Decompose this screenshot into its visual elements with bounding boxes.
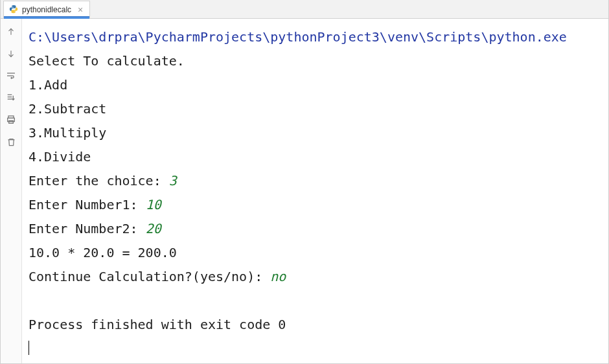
run-body: C:\Users\drpra\PycharmProjects\pythonPro… xyxy=(1,19,608,363)
print-icon[interactable] xyxy=(5,113,17,126)
svg-point-0 xyxy=(12,6,12,6)
exit-line: Process finished with exit code 0 xyxy=(29,317,286,332)
user-input: 20 xyxy=(146,221,161,236)
output-line: 1.Add xyxy=(29,77,67,93)
console-output[interactable]: C:\Users\drpra\PycharmProjects\pythonPro… xyxy=(22,19,608,363)
user-input: 3 xyxy=(169,173,177,188)
output-line: Select To calculate. xyxy=(29,53,185,69)
output-line: 2.Subtract xyxy=(29,101,106,117)
output-prompt: Enter Number1: xyxy=(29,197,146,212)
interpreter-path: C:\Users\drpra\PycharmProjects\pythonPro… xyxy=(29,29,567,45)
output-prompt: Enter the choice: xyxy=(29,173,169,188)
run-toolbar xyxy=(1,19,22,363)
scroll-to-end-icon[interactable] xyxy=(5,91,17,104)
run-tab-pythonidlecalc[interactable]: pythonidlecalc × xyxy=(3,1,90,18)
scroll-down-icon[interactable] xyxy=(5,47,17,60)
user-input: 10 xyxy=(146,197,161,212)
close-icon[interactable]: × xyxy=(78,5,83,14)
run-tool-window: pythonidlecalc × xyxy=(0,0,609,364)
soft-wrap-icon[interactable] xyxy=(5,69,17,82)
svg-point-1 xyxy=(15,11,16,12)
caret xyxy=(29,341,29,355)
output-prompt: Enter Number2: xyxy=(29,221,146,236)
python-file-icon xyxy=(9,5,18,16)
output-prompt: Continue Calculation?(yes/no): xyxy=(29,269,270,284)
output-line: 4.Divide xyxy=(29,149,91,165)
run-tab-title: pythonidlecalc xyxy=(22,5,71,14)
clear-icon[interactable] xyxy=(5,135,17,148)
scroll-up-icon[interactable] xyxy=(5,25,17,38)
output-line: 3.Multiply xyxy=(29,125,106,141)
user-input: no xyxy=(270,269,286,284)
run-tab-bar: pythonidlecalc × xyxy=(1,0,608,19)
output-line: 10.0 * 20.0 = 200.0 xyxy=(29,245,177,260)
